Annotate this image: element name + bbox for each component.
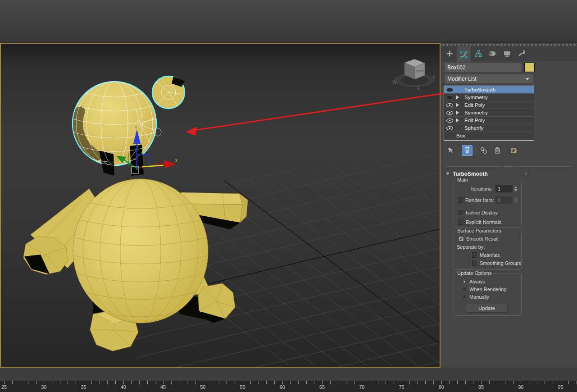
object-color-swatch[interactable] [524,63,535,72]
show-end-result-button[interactable] [462,145,473,156]
rollout-divider[interactable]: •••••• [446,166,571,167]
remove-modifier-button[interactable] [492,145,503,156]
pin-stack-button[interactable] [445,145,456,156]
spinner-arrows[interactable] [513,185,518,192]
configure-modifier-sets-button[interactable] [509,145,519,156]
top-toolbar-area [0,0,577,43]
modifier-row-spherify[interactable]: Spherify [444,124,534,132]
always-radio[interactable] [462,279,467,284]
when-rendering-label: When Rendering [469,287,507,292]
expand-arrow-icon[interactable] [456,110,459,115]
materials-checkbox[interactable]: ✔ [472,252,477,258]
timeline-tick [290,381,291,384]
timeline-tick [147,381,148,384]
expand-arrow-icon[interactable] [456,95,459,100]
gizmo-z-label: z [135,124,137,128]
modifier-row-edit-poly[interactable]: Edit Poly [444,117,534,124]
visibility-eye-icon[interactable] [446,119,453,123]
tab-motion[interactable] [486,46,500,60]
timeline-tick [131,381,132,384]
timeline-frame-label: 65 [315,384,329,390]
timeline-tick [282,381,283,384]
compass-south-label: S [417,86,420,91]
smooth-result-label: Smooth Result [466,236,499,242]
render-iters-checkbox[interactable]: ✔ [458,197,463,203]
timeline-tick [529,381,529,384]
modifier-row-symmetry[interactable]: Symmetry [444,94,534,101]
make-unique-icon [480,146,488,155]
view-cube[interactable]: W S E FRONT [392,59,436,91]
track-bar[interactable] [0,368,577,381]
gizmo-x-label: x [175,158,177,163]
isoline-display-checkbox[interactable]: ✔ [458,210,463,215]
tab-create[interactable] [442,46,456,60]
modifier-label: Symmetry [464,109,488,117]
rollout-collapse-icon [446,173,450,175]
modifier-label: Edit Poly [464,101,485,109]
timeline-tick [418,381,418,384]
visibility-eye-icon[interactable] [446,111,453,115]
timeline-tick [115,381,116,384]
object-name-field[interactable]: Box002 [445,63,521,72]
perspective-viewport[interactable]: W S E FRONT [0,43,441,368]
timeline-tick [465,381,466,384]
materials-label: Materials [480,252,500,258]
spinner-arrows[interactable] [513,196,518,204]
visibility-eye-icon[interactable] [446,103,453,107]
application-window: W S E FRONT [0,0,577,392]
smoothing-groups-checkbox[interactable]: ✔ [472,260,477,266]
toolbar-separator [475,146,476,155]
modify-icon [460,51,468,59]
timeline-tick [545,381,545,384]
wrench-icon [518,50,525,57]
render-iters-spinner[interactable]: 0 [495,196,519,204]
timeline-tick [163,381,164,384]
timeline-ruler[interactable]: 253035404550556065707580859095 [0,381,577,392]
explicit-normals-checkbox[interactable]: ✔ [458,219,463,225]
tab-display[interactable] [500,46,514,60]
tab-hierarchy[interactable] [471,46,485,60]
timeline-tick [425,381,426,384]
expand-arrow-icon[interactable] [456,103,459,107]
compass-west-label: W [392,80,397,85]
timeline-tick [505,381,505,384]
rollout-title: TurboSmooth [453,171,488,177]
viewport-scene: W S E FRONT [1,44,440,367]
test-tube-icon [463,146,471,155]
smoothing-groups-label: Smoothing Groups [480,260,521,266]
trash-icon [493,146,501,155]
when-rendering-radio[interactable] [462,287,467,292]
expand-arrow-icon[interactable] [456,118,459,123]
separate-by-label: Separate by: [457,244,485,250]
modifier-row-box[interactable]: Box [444,132,534,140]
timeline-frame-label: 45 [156,384,170,390]
tab-utilities[interactable] [514,46,528,60]
panel-drag-handle[interactable] [441,44,576,46]
smooth-result-checkbox[interactable]: ✔ [459,236,464,242]
timeline-tick [20,381,20,384]
timeline-tick [123,381,124,384]
hierarchy-icon [475,50,482,57]
modifier-row-turbosmooth[interactable]: TurboSmooth [444,86,534,94]
make-unique-button[interactable] [478,145,489,156]
main-group-label: Main [456,177,469,182]
timeline-tick [568,381,569,384]
modifier-row-symmetry[interactable]: Symmetry [444,109,534,117]
command-panel: Box002 Modifier List TurboSmoothSymmetry… [441,43,577,368]
timeline-frame-label: 30 [37,384,50,390]
visibility-eye-icon[interactable] [446,126,453,130]
timeline-tick [60,381,60,384]
visibility-eye-icon[interactable] [446,88,453,92]
update-button[interactable]: Update [466,304,508,313]
render-iters-value[interactable]: 0 [495,196,513,204]
iterations-spinner[interactable]: 1 [495,185,519,192]
modifier-list-dropdown[interactable]: Modifier List [445,74,533,83]
iterations-value[interactable]: 1 [495,185,513,192]
rollout-grip-icon[interactable]: ⣿ [525,172,528,176]
modifier-row-edit-poly[interactable]: Edit Poly [444,101,534,109]
tab-modify[interactable] [457,46,471,63]
visibility-eye-icon[interactable] [446,96,453,100]
timeline-frame-label: 75 [395,384,409,390]
manually-radio[interactable] [462,294,467,300]
timeline-tick [481,381,482,384]
